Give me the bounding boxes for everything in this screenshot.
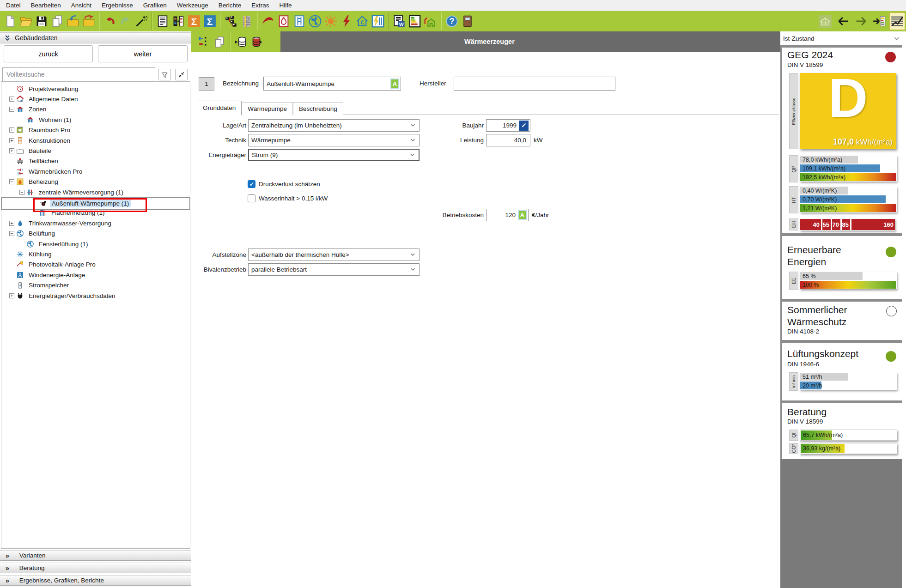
status-panel-header[interactable]: Ist-Zustand xyxy=(780,32,906,45)
goto-label-button[interactable] xyxy=(871,12,887,30)
electricity-button[interactable] xyxy=(339,12,354,30)
menu-ansicht[interactable]: Ansicht xyxy=(66,0,97,11)
expand-icon[interactable]: + xyxy=(9,221,14,226)
heating-box-button[interactable] xyxy=(276,12,292,30)
tree-item-zonen[interactable]: −Zonen xyxy=(1,104,190,115)
aufstellzone-select[interactable]: <außerhalb der thermischen Hülle> xyxy=(248,249,420,261)
house-euro-button[interactable]: € xyxy=(354,12,370,30)
technik-select[interactable]: Wärmepumpe xyxy=(248,134,420,146)
menu-hilfe[interactable]: Hilfe xyxy=(274,0,297,11)
expand-icon[interactable]: + xyxy=(9,127,14,133)
tree-item-wärmebrücken-pro[interactable]: Wärmebrücken Pro xyxy=(1,166,190,176)
word-report-button[interactable]: W xyxy=(391,12,407,30)
menu-bearbeiten[interactable]: Bearbeiten xyxy=(26,0,66,11)
exit-button[interactable] xyxy=(460,12,475,30)
tree-item-fensterlüftung-1[interactable]: Fensterlüftung (1) xyxy=(1,239,190,249)
chart-button[interactable] xyxy=(889,12,905,30)
collapse-icon[interactable]: − xyxy=(19,190,24,195)
tree-item-kühlung[interactable]: Kühlung xyxy=(1,249,190,259)
new-file-button[interactable] xyxy=(2,12,18,30)
tree-item-stromspeicher[interactable]: Stromspeicher xyxy=(1,280,190,291)
wizard-button[interactable] xyxy=(134,12,149,30)
help-button[interactable]: ? xyxy=(444,12,460,30)
search-input[interactable] xyxy=(2,67,155,81)
menu-datei[interactable]: Datei xyxy=(1,0,26,11)
expand-icon[interactable]: + xyxy=(9,293,14,298)
expand-icon[interactable]: + xyxy=(9,148,14,153)
hersteller-input[interactable] xyxy=(454,77,615,91)
collapse-icon[interactable]: − xyxy=(9,231,14,236)
nav-back-button[interactable] xyxy=(835,12,851,30)
save-button[interactable] xyxy=(34,12,49,30)
compare-data-button[interactable] xyxy=(170,12,186,30)
house-variants-button[interactable] xyxy=(423,12,438,30)
tree-item-belüftung[interactable]: −Belüftung xyxy=(1,229,190,239)
sum-orange-button[interactable]: Σ xyxy=(186,12,202,30)
wall-layers-button[interactable] xyxy=(239,12,255,30)
energy-systems-button[interactable] xyxy=(370,12,386,30)
roof-button[interactable] xyxy=(260,12,276,30)
nav-forward-button[interactable] xyxy=(853,12,869,30)
collapse-icon[interactable]: − xyxy=(9,179,14,184)
expand-icon[interactable]: + xyxy=(9,97,14,102)
panel-varianten[interactable]: »Varianten xyxy=(0,550,191,561)
ventilation-button[interactable] xyxy=(307,12,323,30)
edit-year-button[interactable] xyxy=(519,121,529,131)
collapse-tree-button[interactable] xyxy=(175,69,188,80)
import-project-button[interactable] xyxy=(65,12,81,30)
menu-extras[interactable]: Extras xyxy=(246,0,274,11)
db-import-button[interactable] xyxy=(233,33,249,51)
tree-item-wohnen-1[interactable]: Wohnen (1) xyxy=(1,115,190,125)
open-folder-button[interactable] xyxy=(18,12,34,30)
menu-ergebnisse[interactable]: Ergebnisse xyxy=(97,0,138,11)
hierarchy-button[interactable] xyxy=(223,12,239,30)
bezeichnung-input[interactable]: Außenluft-Wärmepumpe A xyxy=(263,77,401,91)
energietraeger-select[interactable]: Strom (9) xyxy=(248,149,420,161)
tab-beschreibung[interactable]: Beschreibung xyxy=(293,102,343,115)
tree-item-bauteile[interactable]: +Bauteile xyxy=(1,145,190,156)
tree-item-trinkwarmwasser-versorgung[interactable]: +Trinkwarmwasser-Versorgung xyxy=(1,218,190,228)
tab-grunddaten[interactable]: Grunddaten xyxy=(197,101,242,115)
tree-item-energieträger-verbrauchsdaten[interactable]: +Energieträger/Verbrauchsdaten xyxy=(1,291,190,301)
sync-compare-button[interactable] xyxy=(196,33,212,51)
druckverlust-checkbox[interactable] xyxy=(248,180,255,188)
sidebar-header[interactable]: Gebäudedaten xyxy=(0,32,191,43)
tree-item-zentrale-wärmeversorgung-1[interactable]: −zentrale Wärmeversorgung (1) xyxy=(1,187,190,197)
tree-item-raumbuch-pro[interactable]: +Raumbuch Pro xyxy=(1,125,190,135)
back-button[interactable]: zurück xyxy=(4,45,93,62)
menu-grafiken[interactable]: Grafiken xyxy=(138,0,172,11)
wasserinhalt-checkbox[interactable] xyxy=(248,194,255,202)
energy-label-button[interactable] xyxy=(407,12,423,30)
assist-button[interactable]: A xyxy=(390,79,399,89)
plumbing-button[interactable] xyxy=(292,12,307,30)
tree-item-allgemeine-daten[interactable]: +Allgemeine Daten xyxy=(1,94,190,104)
copy-page-button[interactable] xyxy=(49,12,65,30)
export-project-button[interactable] xyxy=(81,12,97,30)
tree-item-projektverwaltung[interactable]: Projektverwaltung xyxy=(1,84,190,94)
copy-page-button[interactable] xyxy=(212,33,227,51)
panel-ergebnisse-grafiken-berichte[interactable]: »Ergebnisse, Grafiken, Berichte xyxy=(0,575,191,586)
tree-item-photovoltaik-anlage-pro[interactable]: Photovoltaik-Anlage Pro xyxy=(1,260,190,270)
db-export-button[interactable] xyxy=(249,33,264,51)
undo-button[interactable] xyxy=(102,12,118,30)
menu-berichte[interactable]: Berichte xyxy=(213,0,247,11)
panel-beratung[interactable]: »Beratung xyxy=(0,563,191,573)
redo-button[interactable] xyxy=(118,12,134,30)
sun-button[interactable] xyxy=(323,12,339,30)
next-button[interactable]: weiter xyxy=(98,45,188,62)
assist-button[interactable]: A xyxy=(518,210,527,220)
tree-item-konstruktionen[interactable]: +Konstruktionen xyxy=(1,135,190,145)
betriebskosten-input[interactable]: 120 A xyxy=(486,209,529,221)
expand-icon[interactable]: + xyxy=(9,138,14,143)
filter-button[interactable] xyxy=(158,69,171,80)
collapse-icon[interactable]: − xyxy=(9,107,14,112)
lage-art-select[interactable]: Zentralheizung (im Unbeheizten) xyxy=(248,119,420,132)
report-button[interactable] xyxy=(155,12,170,30)
sum-blue-button[interactable]: Σ xyxy=(202,12,218,30)
house-wireframe-button[interactable] xyxy=(817,12,833,30)
leistung-input[interactable]: 40,0 xyxy=(486,134,530,146)
bivalenzbetrieb-select[interactable]: parallele Betriebsart xyxy=(248,263,420,276)
tree-item-windenergie-anlage[interactable]: Windenergie-Anlage xyxy=(1,270,190,280)
baujahr-input[interactable]: 1999 xyxy=(486,119,530,132)
tree-item-beheizung[interactable]: −Beheizung xyxy=(1,177,190,187)
